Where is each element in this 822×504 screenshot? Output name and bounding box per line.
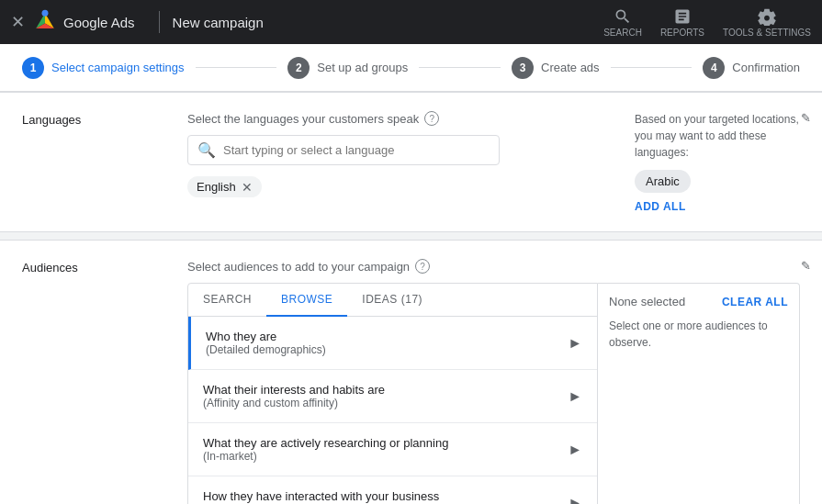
audiences-hint-icon: ? (415, 259, 430, 274)
languages-edit-icon[interactable]: ✎ (801, 111, 811, 125)
step-3-label: Create ads (541, 61, 600, 74)
audience-item-researching-text: What they are actively researching or pl… (203, 436, 448, 463)
audience-item-who-title: Who they are (206, 330, 326, 343)
language-search-box[interactable]: 🔍 (187, 135, 500, 165)
app-logo: Google Ads (32, 9, 135, 35)
tab-browse[interactable]: BROWSE (266, 284, 347, 317)
google-logo-icon (32, 9, 58, 35)
audiences-hint: Select audiences to add to your campaign… (187, 259, 800, 274)
reports-button[interactable]: REPORTS (660, 7, 704, 38)
audience-item-who-subtitle: (Detailed demographics) (206, 343, 326, 356)
step-2-label: Set up ad groups (317, 61, 408, 74)
close-button[interactable]: ✕ (11, 12, 25, 32)
audience-item-interests-text: What their interests and habits are (Aff… (203, 383, 385, 409)
audiences-content: Select audiences to add to your campaign… (187, 259, 800, 504)
stepper: 1 Select campaign settings 2 Set up ad g… (0, 44, 822, 92)
step-1-label: Select campaign settings (51, 61, 185, 74)
languages-row: Languages Select the languages your cust… (0, 93, 822, 231)
search-label: SEARCH (603, 28, 642, 38)
tools-settings-label: TOOLS & SETTINGS (723, 28, 811, 38)
campaign-title: New campaign (173, 15, 264, 30)
audiences-edit-icon[interactable]: ✎ (801, 259, 811, 273)
step-4-label: Confirmation (732, 61, 800, 74)
tab-ideas[interactable]: IDEAS (17) (347, 284, 437, 317)
audience-item-interests-subtitle: (Affinity and custom affinity) (203, 397, 385, 409)
language-tags: English ✕ (187, 176, 616, 197)
step-1[interactable]: 1 Select campaign settings (22, 57, 185, 79)
audience-item-interests[interactable]: What their interests and habits are (Aff… (188, 370, 597, 423)
audience-item-who-text: Who they are (Detailed demographics) (206, 330, 326, 356)
none-selected-label: None selected (609, 295, 685, 308)
add-all-button[interactable]: ADD ALL (635, 200, 686, 213)
tools-settings-icon (758, 7, 776, 26)
languages-hint-icon: ? (424, 111, 439, 126)
step-connector-2 (419, 67, 501, 68)
main-content: Languages Select the languages your cust… (0, 92, 822, 504)
audience-item-interests-title: What their interests and habits are (203, 383, 385, 397)
search-button[interactable]: SEARCH (603, 7, 642, 38)
audience-item-interacted[interactable]: How they have interacted with your busin… (188, 476, 597, 504)
topbar-divider (159, 11, 160, 33)
tab-search[interactable]: SEARCH (188, 284, 266, 317)
topbar: ✕ Google Ads New campaign SEARCH REPORTS (0, 0, 822, 44)
step-1-circle: 1 (22, 57, 44, 79)
reports-label: REPORTS (660, 28, 704, 38)
language-suggestion-panel: Based on your targeted locations, you ma… (616, 111, 800, 213)
audiences-selection-panel: None selected CLEAR ALL Select one or mo… (598, 283, 800, 504)
step-3-circle: 3 (512, 57, 534, 79)
audience-item-researching-subtitle: (In-market) (203, 450, 448, 463)
audiences-selection-hint: Select one or more audiences to observe. (609, 318, 788, 351)
language-tag-close-english[interactable]: ✕ (242, 181, 253, 194)
languages-hint: Select the languages your customers spea… (187, 111, 616, 126)
suggestion-chip-arabic[interactable]: Arabic (635, 170, 691, 193)
step-connector-3 (611, 67, 693, 68)
audience-item-interests-chevron: ► (568, 388, 582, 405)
audience-item-who[interactable]: Who they are (Detailed demographics) ► (188, 317, 597, 370)
audience-item-who-chevron: ► (568, 335, 582, 352)
audience-item-researching-title: What they are actively researching or pl… (203, 436, 448, 450)
language-search-icon: 🔍 (197, 141, 216, 159)
step-2-circle: 2 (287, 57, 310, 79)
language-tag-label: English (197, 180, 236, 194)
language-tag-english: English ✕ (187, 176, 262, 197)
languages-hint-text: Select the languages your customers spea… (187, 112, 419, 126)
audiences-inner: SEARCH BROWSE IDEAS (17) Who they are (D… (187, 283, 800, 504)
step-4-circle: 4 (703, 57, 725, 79)
svg-point-2 (42, 10, 49, 17)
reports-icon (673, 7, 692, 26)
audience-item-researching-chevron: ► (568, 442, 582, 458)
suggestion-text: Based on your targeted locations, you ma… (635, 111, 800, 161)
topbar-actions: SEARCH REPORTS TOOLS & SETTINGS (603, 7, 811, 38)
audiences-browse-panel: SEARCH BROWSE IDEAS (17) Who they are (D… (187, 283, 598, 504)
audience-item-interacted-title: How they have interacted with your busin… (203, 489, 439, 503)
languages-card: Languages Select the languages your cust… (0, 92, 822, 232)
language-search-input[interactable] (223, 143, 490, 157)
search-icon (614, 7, 632, 26)
audiences-hint-text: Select audiences to add to your campaign (187, 260, 410, 274)
languages-content: Select the languages your customers spea… (187, 111, 616, 213)
tools-settings-button[interactable]: TOOLS & SETTINGS (723, 7, 811, 38)
step-3[interactable]: 3 Create ads (512, 57, 600, 79)
clear-all-button[interactable]: CLEAR ALL (722, 296, 788, 308)
audience-item-interacted-chevron: ► (568, 495, 582, 505)
audiences-selection-header: None selected CLEAR ALL (609, 295, 788, 308)
step-4[interactable]: 4 Confirmation (703, 57, 800, 79)
audiences-label: Audiences (22, 259, 187, 504)
audiences-tab-bar: SEARCH BROWSE IDEAS (17) (188, 284, 597, 317)
audience-item-interacted-text: How they have interacted with your busin… (203, 489, 439, 504)
app-name: Google Ads (63, 15, 135, 30)
step-2[interactable]: 2 Set up ad groups (287, 57, 408, 79)
step-connector-1 (196, 67, 277, 68)
audiences-card: Audiences Select audiences to add to you… (0, 240, 822, 504)
audiences-row: Audiences Select audiences to add to you… (0, 241, 822, 504)
languages-label: Languages (22, 111, 187, 213)
audience-item-researching[interactable]: What they are actively researching or pl… (188, 423, 597, 476)
